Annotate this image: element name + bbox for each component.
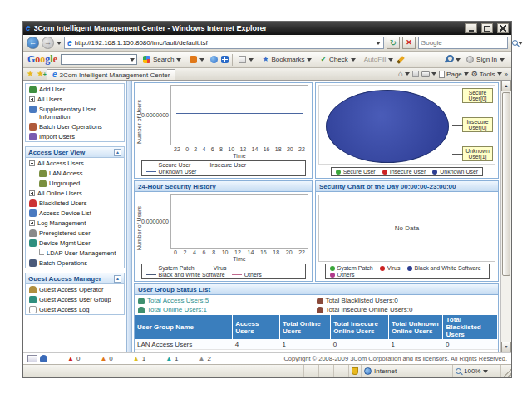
tools-button[interactable]: ⚙Tools — [471, 71, 502, 78]
sidebar-item-label: Access Device List — [39, 209, 91, 217]
x-tick: 22 — [298, 146, 305, 152]
search-magnifier-icon[interactable] — [512, 40, 518, 46]
minimize-button[interactable] — [466, 23, 477, 33]
scrollbar-thumb[interactable] — [502, 92, 510, 276]
scroll-up-icon[interactable]: ▲ — [501, 81, 511, 91]
tab-3com-imc[interactable]: e 3Com Intelligent Management Center — [47, 69, 176, 80]
column-header[interactable]: Access Users — [233, 315, 280, 339]
guest-access-manager-header[interactable]: Guest Access Manager ▲ — [26, 273, 124, 284]
sidebar-item-all-users[interactable]: All Users — [26, 94, 124, 104]
translate-button[interactable] — [236, 55, 256, 64]
zoom-control[interactable]: 100% — [453, 365, 501, 377]
alarm-panel-icon[interactable] — [27, 355, 37, 362]
stop-button[interactable]: ✕ — [402, 37, 416, 49]
column-header[interactable]: Total Unknown Online Users — [389, 315, 443, 339]
legend-label: Virus — [214, 265, 227, 271]
ie-search-input[interactable] — [421, 39, 512, 47]
column-header[interactable]: Total Online Users — [280, 315, 331, 339]
sidebar-item-supplementary-user-information[interactable]: Supplementary User Information — [26, 104, 124, 121]
sidebar-item-all-access-users[interactable]: All Access Users — [26, 158, 124, 168]
restore-button[interactable] — [481, 23, 493, 33]
address-input[interactable] — [75, 39, 373, 47]
more-commands-icon[interactable]: » — [505, 71, 508, 78]
sidebar-item-guest-access-operator[interactable]: Guest Access Operator — [26, 284, 124, 294]
autofill-button[interactable]: AutoFill — [362, 55, 397, 64]
pie-callout: Unknown User[1] — [462, 146, 493, 161]
access-user-view-header[interactable]: Access User View ▲ — [26, 147, 124, 158]
expand-icon[interactable] — [29, 220, 35, 226]
scrollbar-track[interactable] — [501, 91, 511, 342]
protected-mode-icon — [352, 367, 358, 375]
signin-button[interactable]: Sign In — [464, 55, 507, 64]
sidebar-item-blacklisted-users[interactable]: Blacklisted Users — [26, 198, 124, 208]
feeds-icon[interactable] — [412, 71, 419, 77]
legend-line-swatch — [197, 165, 207, 165]
column-header[interactable]: Total Blacklisted Users — [443, 315, 498, 339]
collapse-icon[interactable]: ▲ — [114, 149, 121, 156]
close-button[interactable] — [497, 23, 509, 33]
collapse-tree-icon[interactable] — [29, 160, 35, 166]
sidebar-item-log-management[interactable]: Log Management — [26, 218, 124, 228]
zoom-dropdown-icon[interactable] — [483, 370, 488, 373]
alarm-warning[interactable]: ▲1 — [165, 355, 178, 362]
expand-icon[interactable] — [29, 96, 35, 102]
vertical-scrollbar[interactable]: ▲ ▼ — [500, 81, 511, 352]
signin-avatar-icon — [466, 56, 474, 63]
google-search-input[interactable] — [61, 54, 137, 65]
earth-icon[interactable] — [210, 56, 218, 63]
back-button[interactable]: ← — [27, 37, 39, 49]
add-gadget-icon[interactable] — [221, 56, 229, 63]
legend-label: Unknown User — [159, 169, 197, 175]
forward-button[interactable]: → — [42, 37, 54, 49]
refresh-button[interactable]: ↻ — [387, 37, 400, 49]
resize-grip[interactable] — [501, 365, 511, 377]
collapse-icon[interactable]: ▲ — [114, 275, 121, 283]
sidebar-item-batch-operations[interactable]: Batch Operations — [26, 258, 124, 268]
highlighter-icon[interactable] — [397, 56, 405, 64]
alarm-critical[interactable]: ▲0 — [67, 355, 80, 362]
legend-item: Unknown User — [432, 169, 478, 175]
sidebar-item-guest-access-user-group[interactable]: Guest Access User Group — [26, 294, 124, 304]
sidebar-item-access-device-list[interactable]: Access Device List — [26, 208, 124, 218]
wrench-icon[interactable] — [444, 56, 451, 63]
favorites-icon[interactable]: ★ — [27, 70, 34, 78]
google-search-dropdown-icon[interactable] — [130, 58, 135, 62]
print-button[interactable] — [421, 71, 436, 77]
expand-icon[interactable] — [29, 190, 35, 196]
alarm-hand-icon[interactable] — [40, 355, 47, 362]
cell-access-users[interactable]: 4 — [233, 339, 280, 350]
sidebar-item-device-mgmt-user[interactable]: Device Mgmt User — [26, 238, 124, 248]
x-tick: 6 — [211, 146, 214, 152]
page-button[interactable]: Page — [439, 71, 469, 78]
alarm-major[interactable]: ▲0 — [100, 355, 112, 362]
main-panel-area: Number of Users 0.0000000 22024681012141… — [132, 81, 500, 352]
sidebar-item-add-user[interactable]: Add User — [26, 84, 124, 94]
sidebar-splitter[interactable] — [126, 81, 132, 352]
table-row[interactable]: LAN Access Users 4 1 0 1 0 — [135, 339, 498, 350]
sidebar-item-import-users[interactable]: Import Users — [26, 131, 124, 141]
bookmarks-button[interactable]: ★ Bookmarks — [259, 55, 314, 64]
add-favorite-icon[interactable]: ★+ — [37, 70, 44, 78]
check-button[interactable]: ✓ Check — [318, 55, 357, 64]
access-user-view-box: Access User View ▲ All Access Users LAN … — [25, 146, 125, 268]
sendto-button[interactable] — [187, 55, 207, 64]
google-search-button-dropdown-icon[interactable] — [176, 58, 181, 62]
sidebar-item-batch-user-operations[interactable]: Batch User Operations — [26, 121, 124, 131]
sidebar-item-ldap-user-management[interactable]: LDAP User Management — [36, 248, 124, 258]
google-search-button[interactable]: Search — [140, 55, 184, 64]
column-header[interactable]: User Group Name — [135, 315, 233, 339]
alarm-info[interactable]: ▲2 — [199, 355, 211, 362]
sidebar-item-lan-access[interactable]: LAN Access... — [36, 168, 124, 178]
column-header[interactable]: Total Insecure Online Users — [331, 315, 389, 339]
sidebar-item-preregistered-user[interactable]: Preregistered user — [26, 228, 124, 238]
scroll-down-icon[interactable]: ▼ — [501, 342, 511, 352]
sidebar-item-ungrouped[interactable]: Ungrouped — [36, 178, 124, 188]
alarm-minor[interactable]: ▲1 — [133, 355, 145, 362]
home-button[interactable]: ⌂ — [398, 70, 410, 78]
sidebar-item-guest-access-log[interactable]: Guest Access Log — [26, 304, 124, 314]
history-dropdown-icon[interactable] — [57, 42, 62, 45]
address-dropdown-icon[interactable] — [376, 42, 381, 45]
legend-item: Others — [232, 272, 262, 278]
sidebar-item-all-online-users[interactable]: All Online Users — [26, 188, 124, 198]
search-dropdown-icon[interactable] — [518, 42, 523, 45]
